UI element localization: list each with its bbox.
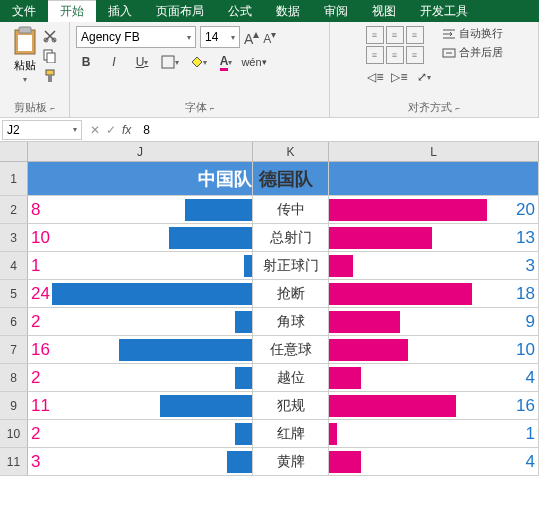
svg-rect-8: [48, 75, 52, 82]
dialog-launcher-icon[interactable]: ⌐: [210, 104, 215, 113]
tab-file[interactable]: 文件: [0, 0, 48, 22]
tab-home[interactable]: 开始: [48, 0, 96, 22]
cell-germany-value[interactable]: 4: [329, 448, 539, 475]
china-bar: [52, 283, 252, 305]
font-color-button[interactable]: A▾: [216, 52, 236, 72]
cell-china-value[interactable]: 2: [28, 364, 253, 391]
align-top-button[interactable]: ≡: [366, 26, 384, 44]
cell-category[interactable]: 红牌: [253, 420, 329, 447]
row-header[interactable]: 5: [0, 280, 28, 307]
cell-germany-value[interactable]: 4: [329, 364, 539, 391]
cell-china-value[interactable]: 1: [28, 252, 253, 279]
bold-button[interactable]: B: [76, 52, 96, 72]
cell-category[interactable]: 任意球: [253, 336, 329, 363]
formula-value[interactable]: 8: [137, 121, 156, 139]
cell-category[interactable]: 犯规: [253, 392, 329, 419]
font-size-select[interactable]: 14▾: [200, 26, 240, 48]
china-number: 1: [31, 256, 40, 276]
row-header[interactable]: 6: [0, 308, 28, 335]
tab-data[interactable]: 数据: [264, 0, 312, 22]
cell-category[interactable]: 抢断: [253, 280, 329, 307]
tab-view[interactable]: 视图: [360, 0, 408, 22]
cell-category[interactable]: 黄牌: [253, 448, 329, 475]
row-header[interactable]: 11: [0, 448, 28, 475]
row-header[interactable]: 8: [0, 364, 28, 391]
cell-category[interactable]: 传中: [253, 196, 329, 223]
row-header[interactable]: 9: [0, 392, 28, 419]
wrap-text-button[interactable]: 自动换行: [442, 26, 503, 41]
cut-button[interactable]: [42, 28, 58, 44]
fill-color-button[interactable]: ▾: [188, 52, 208, 72]
row-header[interactable]: 7: [0, 336, 28, 363]
col-header-k[interactable]: K: [253, 142, 329, 161]
dialog-launcher-icon[interactable]: ⌐: [50, 104, 55, 113]
cancel-formula-button[interactable]: ✕: [90, 123, 100, 137]
cell-china-value[interactable]: 24: [28, 280, 253, 307]
tab-formula[interactable]: 公式: [216, 0, 264, 22]
tab-insert[interactable]: 插入: [96, 0, 144, 22]
phonetic-button[interactable]: wén▾: [244, 52, 264, 72]
row-header[interactable]: 4: [0, 252, 28, 279]
copy-button[interactable]: [42, 48, 58, 64]
col-header-j[interactable]: J: [28, 142, 253, 161]
cell-category[interactable]: 总射门: [253, 224, 329, 251]
china-bar: [119, 339, 252, 361]
cell-germany-value[interactable]: 18: [329, 280, 539, 307]
row-header[interactable]: 1: [0, 162, 28, 195]
tab-dev[interactable]: 开发工具: [408, 0, 480, 22]
font-name-select[interactable]: Agency FB▾: [76, 26, 196, 48]
fx-button[interactable]: fx: [122, 123, 131, 137]
header-blank[interactable]: [329, 162, 539, 195]
row-header[interactable]: 3: [0, 224, 28, 251]
dialog-launcher-icon[interactable]: ⌐: [455, 104, 460, 113]
cell-germany-value[interactable]: 9: [329, 308, 539, 335]
cell-category[interactable]: 射正球门: [253, 252, 329, 279]
italic-button[interactable]: I: [104, 52, 124, 72]
cell-germany-value[interactable]: 20: [329, 196, 539, 223]
paste-button[interactable]: 粘贴 ▾: [12, 26, 38, 84]
merge-center-button[interactable]: 合并后居: [442, 45, 503, 60]
underline-button[interactable]: U▾: [132, 52, 152, 72]
cell-china-value[interactable]: 8: [28, 196, 253, 223]
select-all-corner[interactable]: [0, 142, 28, 161]
align-center-button[interactable]: ≡: [386, 46, 404, 64]
border-button[interactable]: ▾: [160, 52, 180, 72]
cell-category[interactable]: 越位: [253, 364, 329, 391]
cell-germany-value[interactable]: 3: [329, 252, 539, 279]
header-germany[interactable]: 德国队: [253, 162, 329, 195]
cell-china-value[interactable]: 3: [28, 448, 253, 475]
row-header[interactable]: 10: [0, 420, 28, 447]
tab-layout[interactable]: 页面布局: [144, 0, 216, 22]
format-painter-button[interactable]: [42, 68, 58, 84]
bucket-icon: [189, 55, 203, 69]
enter-formula-button[interactable]: ✓: [106, 123, 116, 137]
cell-china-value[interactable]: 2: [28, 420, 253, 447]
shrink-font-button[interactable]: A▾: [263, 29, 276, 46]
orientation-button[interactable]: ⤢▾: [414, 67, 434, 87]
grow-font-button[interactable]: A▴: [244, 27, 259, 47]
china-number: 8: [31, 200, 40, 220]
header-china[interactable]: 中国队: [28, 162, 253, 195]
cell-germany-value[interactable]: 13: [329, 224, 539, 251]
decrease-indent-button[interactable]: ◁≡: [366, 67, 386, 87]
row-header[interactable]: 2: [0, 196, 28, 223]
cell-germany-value[interactable]: 1: [329, 420, 539, 447]
cell-germany-value[interactable]: 10: [329, 336, 539, 363]
cell-china-value[interactable]: 11: [28, 392, 253, 419]
col-header-l[interactable]: L: [329, 142, 539, 161]
align-middle-button[interactable]: ≡: [386, 26, 404, 44]
cell-china-value[interactable]: 16: [28, 336, 253, 363]
cell-germany-value[interactable]: 16: [329, 392, 539, 419]
align-bottom-button[interactable]: ≡: [406, 26, 424, 44]
align-left-button[interactable]: ≡: [366, 46, 384, 64]
increase-indent-button[interactable]: ▷≡: [390, 67, 410, 87]
align-right-button[interactable]: ≡: [406, 46, 424, 64]
cell-china-value[interactable]: 10: [28, 224, 253, 251]
formula-bar: J2▾ ✕ ✓ fx 8: [0, 118, 539, 142]
cell-china-value[interactable]: 2: [28, 308, 253, 335]
name-box[interactable]: J2▾: [2, 120, 82, 140]
china-number: 10: [31, 228, 50, 248]
china-number: 16: [31, 340, 50, 360]
tab-review[interactable]: 审阅: [312, 0, 360, 22]
cell-category[interactable]: 角球: [253, 308, 329, 335]
